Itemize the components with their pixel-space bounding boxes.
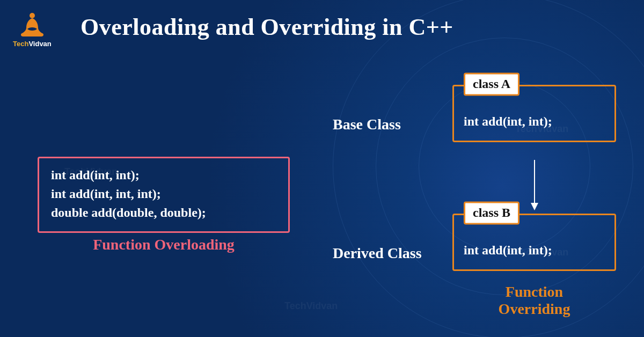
class-b-tag: class B — [464, 202, 519, 225]
overloading-caption: Function Overloading — [38, 236, 290, 253]
class-a-body: int add(int, int); — [464, 114, 605, 129]
brand-name: TechVidvan — [13, 40, 52, 48]
watermark: TechVidvan — [284, 301, 338, 312]
base-class-label: Base Class — [333, 116, 401, 133]
meditation-icon — [19, 10, 46, 39]
class-b-card: class B int add(int, int); — [452, 214, 616, 271]
inheritance-arrow-icon — [534, 160, 535, 209]
brand-tech: Tech — [13, 40, 28, 48]
class-a-tag: class A — [464, 73, 519, 96]
code-line: double add(double, double); — [51, 203, 276, 222]
brand-logo: TechVidvan — [13, 10, 52, 48]
code-line: int add(int, int); — [51, 166, 276, 185]
derived-class-label: Derived Class — [333, 245, 422, 262]
overriding-caption: Function Overriding — [452, 283, 616, 318]
class-b-body: int add(int, int); — [464, 243, 605, 258]
overriding-caption-line1: Function — [506, 283, 563, 300]
overriding-caption-line2: Overriding — [499, 301, 570, 317]
page-title: Overloading and Overriding in C++ — [80, 13, 453, 41]
brand-vidvan: Vidvan — [28, 40, 51, 48]
class-a-card: class A int add(int, int); — [452, 85, 616, 142]
overloading-code-box: int add(int, int); int add(int, int, int… — [38, 157, 290, 233]
code-line: int add(int, int, int); — [51, 185, 276, 203]
